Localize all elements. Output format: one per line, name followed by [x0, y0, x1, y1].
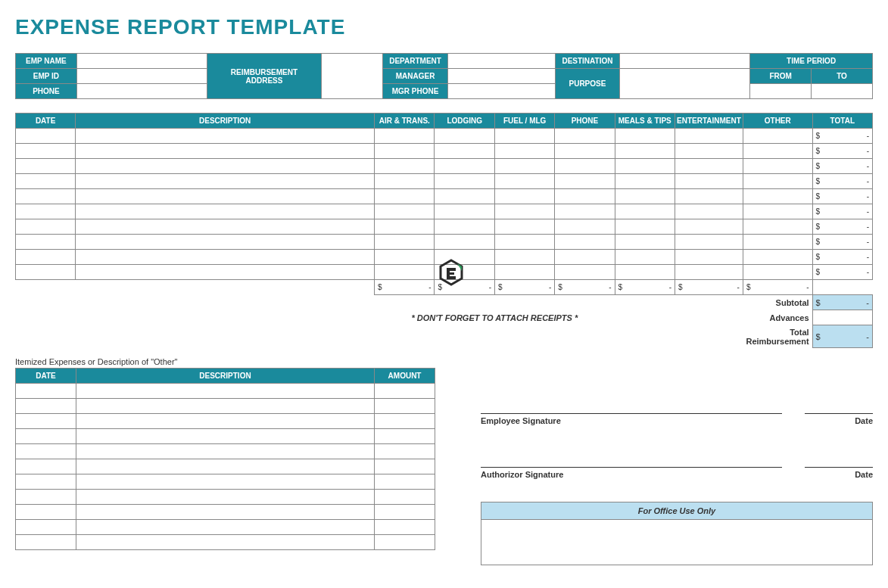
cell[interactable] — [16, 520, 76, 535]
phone-input[interactable] — [76, 84, 207, 99]
cell[interactable] — [375, 204, 435, 219]
cell[interactable] — [435, 129, 495, 144]
cell[interactable] — [375, 535, 435, 550]
cell[interactable] — [76, 159, 375, 174]
cell[interactable] — [615, 144, 675, 159]
cell[interactable] — [435, 144, 495, 159]
department-input[interactable] — [448, 54, 556, 69]
cell[interactable] — [435, 219, 495, 235]
cell[interactable] — [495, 129, 555, 144]
cell[interactable] — [675, 265, 743, 280]
cell[interactable] — [495, 159, 555, 174]
cell[interactable] — [16, 235, 76, 250]
cell[interactable] — [743, 129, 812, 144]
cell[interactable] — [76, 219, 375, 235]
cell[interactable] — [76, 490, 374, 505]
cell[interactable] — [495, 235, 555, 250]
cell[interactable] — [76, 520, 374, 535]
cell[interactable] — [76, 144, 375, 159]
cell[interactable] — [495, 144, 555, 159]
cell[interactable] — [615, 174, 675, 189]
cell[interactable] — [76, 429, 374, 444]
cell[interactable] — [375, 429, 435, 444]
cell[interactable] — [555, 144, 615, 159]
office-use-body[interactable] — [481, 520, 873, 565]
cell[interactable] — [76, 384, 374, 399]
cell[interactable] — [76, 414, 374, 429]
cell[interactable] — [615, 250, 675, 265]
cell[interactable] — [375, 129, 435, 144]
cell[interactable] — [495, 250, 555, 265]
cell[interactable] — [76, 459, 374, 474]
reimb-addr-input[interactable] — [322, 54, 383, 99]
cell[interactable] — [743, 250, 812, 265]
cell[interactable] — [615, 129, 675, 144]
cell[interactable] — [375, 159, 435, 174]
cell[interactable] — [555, 159, 615, 174]
cell[interactable] — [76, 535, 374, 550]
cell[interactable] — [16, 189, 76, 204]
cell[interactable] — [76, 129, 375, 144]
cell[interactable] — [435, 235, 495, 250]
cell[interactable] — [555, 189, 615, 204]
cell[interactable] — [375, 505, 435, 520]
cell[interactable] — [16, 250, 76, 265]
cell[interactable] — [16, 399, 76, 414]
advances-value[interactable] — [812, 310, 872, 325]
cell[interactable] — [743, 204, 812, 219]
cell[interactable] — [555, 265, 615, 280]
cell[interactable] — [615, 204, 675, 219]
cell[interactable] — [16, 444, 76, 459]
cell[interactable] — [76, 399, 374, 414]
cell[interactable] — [495, 204, 555, 219]
cell[interactable] — [675, 159, 743, 174]
cell[interactable] — [743, 189, 812, 204]
cell[interactable] — [615, 189, 675, 204]
cell[interactable] — [675, 174, 743, 189]
to-input[interactable] — [812, 84, 873, 99]
cell[interactable] — [76, 505, 374, 520]
cell[interactable] — [16, 129, 76, 144]
emp-id-input[interactable] — [76, 69, 207, 84]
cell[interactable] — [375, 265, 435, 280]
cell[interactable] — [76, 174, 375, 189]
cell[interactable] — [675, 144, 743, 159]
cell[interactable] — [16, 144, 76, 159]
cell[interactable] — [675, 219, 743, 235]
cell[interactable] — [375, 490, 435, 505]
cell[interactable] — [675, 235, 743, 250]
cell[interactable] — [375, 384, 435, 399]
cell[interactable] — [675, 204, 743, 219]
cell[interactable] — [375, 235, 435, 250]
cell[interactable] — [743, 159, 812, 174]
cell[interactable] — [16, 414, 76, 429]
cell[interactable] — [435, 265, 495, 280]
destination-input[interactable] — [620, 54, 750, 69]
cell[interactable] — [16, 174, 76, 189]
cell[interactable] — [675, 250, 743, 265]
cell[interactable] — [675, 129, 743, 144]
cell[interactable] — [615, 235, 675, 250]
cell[interactable] — [615, 159, 675, 174]
cell[interactable] — [76, 189, 375, 204]
cell[interactable] — [495, 265, 555, 280]
cell[interactable] — [375, 144, 435, 159]
cell[interactable] — [375, 219, 435, 235]
cell[interactable] — [675, 189, 743, 204]
cell[interactable] — [16, 459, 76, 474]
mgr-phone-input[interactable] — [448, 84, 556, 99]
cell[interactable] — [375, 459, 435, 474]
cell[interactable] — [16, 474, 76, 490]
cell[interactable] — [16, 490, 76, 505]
cell[interactable] — [375, 520, 435, 535]
cell[interactable] — [16, 159, 76, 174]
cell[interactable] — [495, 189, 555, 204]
cell[interactable] — [76, 235, 375, 250]
cell[interactable] — [435, 189, 495, 204]
cell[interactable] — [375, 474, 435, 490]
cell[interactable] — [615, 265, 675, 280]
cell[interactable] — [375, 189, 435, 204]
from-input[interactable] — [750, 84, 812, 99]
cell[interactable] — [555, 174, 615, 189]
cell[interactable] — [76, 204, 375, 219]
